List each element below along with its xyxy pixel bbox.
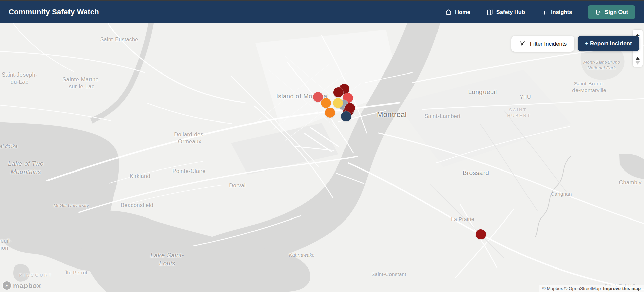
insights-icon	[541, 9, 548, 15]
map-icon	[487, 9, 493, 15]
nav-item-safety-hub[interactable]: Safety Hub	[487, 9, 525, 15]
filter-incidents-button[interactable]: Filter Incidents	[511, 36, 574, 52]
app-header: Community Safety Watch HomeSafety HubIns…	[0, 1, 644, 23]
window-top-strip	[0, 0, 644, 1]
report-incident-button[interactable]: + Report Incident	[578, 36, 639, 51]
map-attribution: © Mapbox © OpenStreetMap Improve this ma…	[539, 285, 644, 292]
incident-marker[interactable]	[476, 229, 486, 239]
attribution-text[interactable]: © Mapbox © OpenStreetMap	[542, 286, 601, 291]
incident-marker[interactable]	[325, 108, 335, 118]
sign-out-button[interactable]: Sign Out	[588, 5, 635, 19]
filter-incidents-label: Filter Incidents	[530, 41, 567, 47]
home-icon	[445, 9, 452, 15]
nav-item-insights[interactable]: Insights	[541, 9, 572, 15]
basemap-tiles	[0, 23, 644, 292]
main-nav: HomeSafety HubInsights	[445, 9, 572, 15]
log-out-icon	[595, 9, 601, 15]
incident-marker[interactable]	[341, 111, 351, 121]
compass-north-icon	[635, 57, 640, 60]
improve-map-link[interactable]: Improve this map	[603, 286, 641, 291]
app-title: Community Safety Watch	[9, 8, 99, 16]
mapbox-wordmark: mapbox	[13, 282, 41, 290]
incident-marker[interactable]	[333, 87, 343, 97]
mapbox-logo-icon: ✶	[3, 281, 11, 290]
nav-item-label: Insights	[551, 9, 572, 15]
incident-marker[interactable]	[321, 98, 331, 108]
mapbox-logo[interactable]: ✶ mapbox	[3, 281, 41, 290]
incident-marker[interactable]	[333, 98, 343, 108]
report-incident-label: + Report Incident	[585, 40, 632, 47]
compass-button[interactable]	[633, 54, 643, 67]
nav-item-label: Safety Hub	[496, 9, 525, 15]
nav-item-home[interactable]: Home	[445, 9, 470, 15]
map-canvas[interactable]: Saint-EustacheSaint-Joseph- du-LacSainte…	[0, 23, 644, 292]
sign-out-label: Sign Out	[605, 9, 628, 15]
funnel-icon	[519, 40, 525, 48]
compass-south-icon	[635, 61, 640, 65]
nav-item-label: Home	[455, 9, 470, 15]
